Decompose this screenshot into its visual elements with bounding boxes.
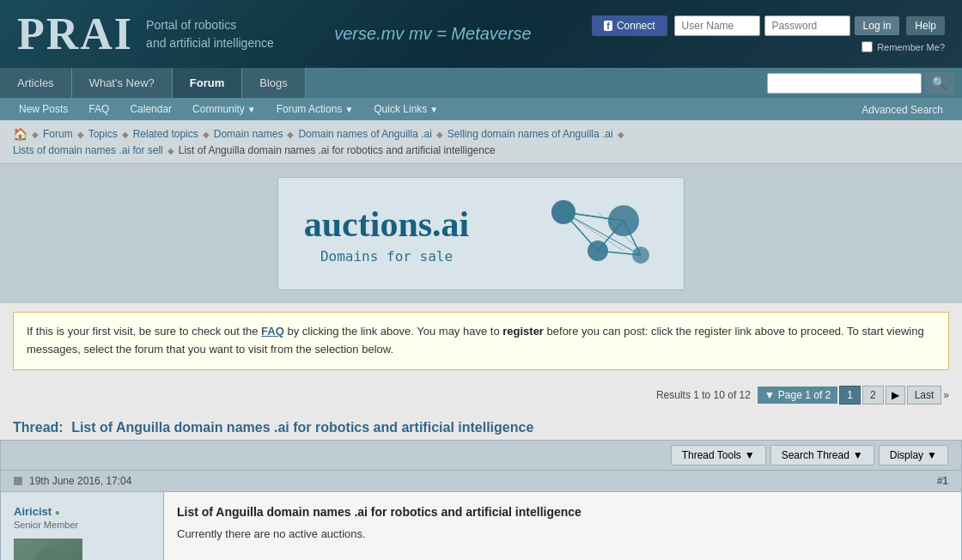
pagination: ▼ Page 1 of 2 1 2 ▶ Last » xyxy=(758,386,949,405)
nav-search-input[interactable] xyxy=(767,73,922,94)
thread-tools-bar: Thread Tools ▼ Search Thread ▼ Display ▼ xyxy=(0,440,962,471)
banner-graphic xyxy=(486,195,658,272)
author-role: Senior Member xyxy=(14,520,150,530)
forum-actions-dropdown-arrow: ▼ xyxy=(344,105,353,114)
page-next-button[interactable]: ▶ xyxy=(886,386,905,405)
banner-area: auctions.ai Domains for sale xyxy=(0,164,962,303)
post-date-bar: 19th June 2016, 17:04 #1 xyxy=(1,471,961,492)
breadcrumb-current: List of Anguilla domain names .ai for ro… xyxy=(179,144,496,156)
subnav-forum-actions[interactable]: Forum Actions ▼ xyxy=(266,98,364,120)
faq-link[interactable]: FAQ xyxy=(261,325,284,338)
banner-box: auctions.ai Domains for sale xyxy=(277,177,685,290)
nav-tab-forum[interactable]: Forum xyxy=(173,68,242,98)
subnav-community[interactable]: Community ▼ xyxy=(182,98,266,120)
notice-box: If this is your first visit, be sure to … xyxy=(13,312,949,370)
subnav-quick-links[interactable]: Quick Links ▼ xyxy=(363,98,448,120)
thread-tools-button[interactable]: Thread Tools ▼ xyxy=(671,445,766,466)
page-2-button[interactable]: 2 xyxy=(862,386,884,405)
thread-title[interactable]: List of Anguilla domain names .ai for ro… xyxy=(71,420,533,435)
login-area: Log in xyxy=(674,15,900,36)
banner-title: auctions.ai xyxy=(304,204,470,245)
breadcrumb-sep: ◆ xyxy=(167,146,174,155)
remember-me-checkbox[interactable] xyxy=(862,41,873,52)
breadcrumb-forum[interactable]: Forum xyxy=(43,128,73,140)
breadcrumb-sep: ◆ xyxy=(287,130,294,139)
post-date: 19th June 2016, 17:04 xyxy=(29,475,131,487)
page-dropdown-arrow: ▼ xyxy=(764,389,775,401)
breadcrumb-related-topics[interactable]: Related topics xyxy=(133,128,198,140)
post-metaverse-image: verse.mv mv = Metaverse xyxy=(177,556,948,560)
page-last-button[interactable]: Last xyxy=(907,386,942,405)
subnav-calendar[interactable]: Calendar xyxy=(119,98,182,120)
results-bar: Results 1 to 10 of 12 ▼ Page 1 of 2 1 2 … xyxy=(0,379,962,411)
page-label[interactable]: ▼ Page 1 of 2 xyxy=(758,387,837,404)
post-author: Airicist ● Senior Member xyxy=(1,492,164,560)
page-1-button[interactable]: 1 xyxy=(839,386,861,405)
subnav-right: Advanced Search xyxy=(851,103,953,116)
help-button[interactable]: Help xyxy=(906,16,945,35)
post-body: Airicist ● Senior Member List of Anguill… xyxy=(1,492,961,560)
last-arrow: » xyxy=(943,389,949,401)
post-title: List of Anguilla domain names .ai for ro… xyxy=(177,505,948,519)
logo-subtitle: Portal of robotics and artificial intell… xyxy=(146,16,274,52)
breadcrumb-lists[interactable]: Lists of domain names .ai for sell xyxy=(13,144,163,156)
logo-prai: PRAI xyxy=(17,9,133,59)
breadcrumb-sep: ◆ xyxy=(436,130,443,139)
thread-label: Thread: xyxy=(13,420,64,435)
facebook-icon: f xyxy=(604,21,612,31)
connect-button[interactable]: f Connect xyxy=(592,15,667,36)
login-button[interactable]: Log in xyxy=(855,16,900,35)
svg-line-5 xyxy=(563,212,598,251)
nav-search-area: 🔍 xyxy=(767,72,962,94)
search-icon: 🔍 xyxy=(932,76,947,89)
breadcrumb-sep: ◆ xyxy=(618,130,624,139)
thread-tools-arrow: ▼ xyxy=(745,449,755,461)
breadcrumb-topics[interactable]: Topics xyxy=(88,128,118,140)
header-right: f Connect Log in Help Remember Me? xyxy=(592,15,945,52)
results-text: Results 1 to 10 of 12 xyxy=(656,389,751,401)
nav-tab-whatsnew[interactable]: What's New? xyxy=(72,68,173,98)
author-online-icon: ● xyxy=(55,508,60,517)
breadcrumb-domain-names[interactable]: Domain names xyxy=(214,128,283,140)
header-tagline: verse.mv mv = Metaverse xyxy=(274,24,592,44)
post-number: #1 xyxy=(937,475,948,487)
home-icon[interactable]: 🏠 xyxy=(13,127,27,141)
password-input[interactable] xyxy=(764,15,850,36)
logo-area: PRAI Portal of robotics and artificial i… xyxy=(17,9,274,59)
quick-links-dropdown-arrow: ▼ xyxy=(429,105,438,114)
advanced-search-link[interactable]: Advanced Search xyxy=(851,99,953,121)
register-link[interactable]: register xyxy=(502,325,544,338)
nav-bar: Articles What's New? Forum Blogs 🔍 xyxy=(0,68,962,98)
subnav-new-posts[interactable]: New Posts xyxy=(9,98,78,120)
community-dropdown-arrow: ▼ xyxy=(247,105,256,114)
author-avatar xyxy=(14,539,82,560)
banner-subtitle: Domains for sale xyxy=(304,248,470,265)
search-thread-arrow: ▼ xyxy=(853,449,863,461)
remember-me-label: Remember Me? xyxy=(877,42,945,52)
nav-search-button[interactable]: 🔍 xyxy=(925,72,953,94)
author-name[interactable]: Airicist ● xyxy=(14,505,150,518)
breadcrumb-domain-anguilla[interactable]: Domain names of Anguilla .ai xyxy=(298,128,431,140)
breadcrumb-area: 🏠 ◆ Forum ◆ Topics ◆ Related topics ◆ Do… xyxy=(0,120,962,164)
breadcrumb-row-1: 🏠 ◆ Forum ◆ Topics ◆ Related topics ◆ Do… xyxy=(13,127,627,141)
username-input[interactable] xyxy=(674,15,760,36)
breadcrumb-row-2: Lists of domain names .ai for sell ◆ Lis… xyxy=(13,144,496,156)
search-thread-button[interactable]: Search Thread ▼ xyxy=(770,445,874,466)
breadcrumb-sep: ◆ xyxy=(203,130,210,139)
breadcrumb-sep: ◆ xyxy=(122,130,129,139)
avatar-image xyxy=(15,539,82,560)
breadcrumb-selling[interactable]: Selling domain names of Anguilla .ai xyxy=(448,128,613,140)
post-container: 19th June 2016, 17:04 #1 Airicist ● Seni… xyxy=(0,471,962,560)
display-button[interactable]: Display ▼ xyxy=(879,445,948,466)
remember-me-area: Remember Me? xyxy=(862,41,945,52)
post-icon xyxy=(14,477,22,485)
display-arrow: ▼ xyxy=(927,449,937,461)
breadcrumb-sep: ◆ xyxy=(77,130,84,139)
post-content: List of Anguilla domain names .ai for ro… xyxy=(164,492,961,560)
thread-header: Thread: List of Anguilla domain names .a… xyxy=(0,411,962,440)
nav-tab-blogs[interactable]: Blogs xyxy=(242,68,306,98)
page-header: PRAI Portal of robotics and artificial i… xyxy=(0,0,962,68)
subnav-faq[interactable]: FAQ xyxy=(78,98,119,120)
banner-text: auctions.ai Domains for sale xyxy=(304,204,470,265)
nav-tab-articles[interactable]: Articles xyxy=(0,68,72,98)
